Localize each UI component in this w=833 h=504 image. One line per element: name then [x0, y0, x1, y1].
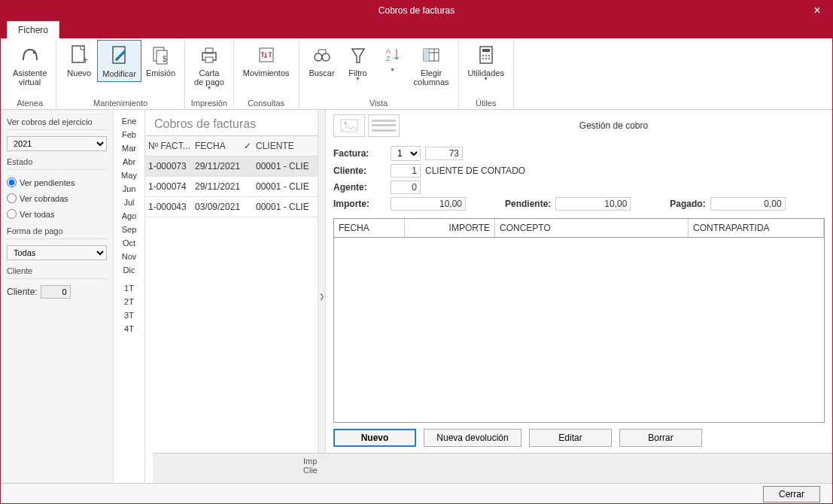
- edit-doc-icon: [108, 44, 132, 68]
- pcol-fecha[interactable]: FECHA: [334, 219, 405, 237]
- sort-icon: AZ: [381, 43, 405, 67]
- title-bar: Cobros de facturas ×: [1, 1, 832, 20]
- svg-point-25: [482, 58, 484, 59]
- expander-handle[interactable]: ❯: [318, 110, 326, 483]
- col-check[interactable]: ✓: [241, 136, 253, 156]
- chevron-down-icon: ▼: [390, 67, 395, 72]
- month-May[interactable]: May: [114, 169, 144, 182]
- utilidades-button[interactable]: Utilidades ▼: [464, 40, 509, 84]
- filtro-button[interactable]: Filtro ▼: [340, 40, 376, 84]
- borrar-button[interactable]: Borrar: [619, 429, 702, 447]
- calculator-icon: [474, 43, 498, 67]
- month-3T[interactable]: 3T: [114, 308, 144, 322]
- filter-panel: Ver cobros del ejercicio 2021 Estado Ver…: [1, 110, 114, 483]
- pcol-contra[interactable]: CONTRAPARTIDA: [689, 219, 824, 237]
- cliente-name: CLIENTE DE CONTADO: [425, 165, 525, 176]
- radio-cobradas[interactable]: Ver cobradas: [7, 192, 107, 205]
- window-title: Cobros de facturas: [378, 5, 455, 16]
- month-2T[interactable]: 2T: [114, 295, 144, 308]
- estado-label: Estado: [7, 154, 107, 170]
- month-Oct[interactable]: Oct: [114, 236, 144, 250]
- editar-button[interactable]: Editar: [529, 429, 612, 447]
- cols-l1: Elegir: [421, 68, 442, 77]
- list-title: Cobros de facturas: [145, 110, 318, 135]
- group-utiles: Útiles: [476, 99, 497, 108]
- detail-title: Gestión de cobro: [403, 120, 825, 131]
- tab-bar: Fichero: [1, 20, 832, 38]
- table-row[interactable]: 1-00007429/11/202100001 - CLIE: [145, 177, 318, 197]
- emision-icon: $: [148, 43, 172, 67]
- month-Jun[interactable]: Jun: [114, 182, 144, 196]
- pcol-importe[interactable]: IMPORTE: [405, 219, 495, 237]
- month-Sep[interactable]: Sep: [114, 223, 144, 236]
- col-num[interactable]: Nº FACT...: [145, 136, 192, 156]
- svg-point-29: [344, 122, 347, 125]
- binoculars-icon: [310, 43, 334, 67]
- radio-todas[interactable]: Ver todas: [7, 208, 107, 220]
- carta-pago-button[interactable]: Cartade pago ▼: [190, 40, 229, 93]
- cols-l2: columnas: [414, 77, 449, 87]
- table-row[interactable]: 1-00007329/11/202100001 - CLIE: [145, 156, 318, 177]
- month-4T[interactable]: 4T: [114, 322, 144, 335]
- tab-fichero[interactable]: Fichero: [7, 21, 59, 38]
- month-Jul[interactable]: Jul: [114, 196, 144, 209]
- emision-button[interactable]: $ Emisión: [141, 40, 180, 80]
- invoice-list-panel: Cobros de facturas Nº FACT... FECHA ✓ CL…: [145, 110, 318, 483]
- forma-pago-select[interactable]: Todas: [7, 245, 107, 260]
- month-Feb[interactable]: Feb: [114, 128, 144, 141]
- col-fecha[interactable]: FECHA: [192, 136, 241, 156]
- footer: Cerrar: [1, 483, 832, 504]
- month-Mar[interactable]: Mar: [114, 141, 144, 155]
- cerrar-button[interactable]: Cerrar: [763, 486, 820, 502]
- status-area: Imp Clie: [153, 453, 832, 483]
- svg-point-26: [485, 58, 487, 59]
- month-Ene[interactable]: Ene: [114, 114, 144, 128]
- month-Ago[interactable]: Ago: [114, 209, 144, 223]
- assistant-icon: [18, 43, 42, 67]
- buscar-button[interactable]: Buscar: [304, 40, 340, 80]
- month-Dic[interactable]: Dic: [114, 263, 144, 277]
- col-cliente[interactable]: CLIENTE: [253, 136, 318, 156]
- emision-label: Emisión: [146, 68, 175, 77]
- table-row[interactable]: 1-00004303/09/202100001 - CLIE: [145, 197, 318, 217]
- payments-body: [334, 238, 824, 422]
- month-Abr[interactable]: Abr: [114, 155, 144, 169]
- status-l1: Imp: [303, 457, 823, 466]
- svg-point-11: [315, 53, 322, 61]
- nuevo-button[interactable]: + Nuevo: [61, 40, 97, 80]
- factura-serie-select[interactable]: 1: [391, 146, 421, 161]
- pagado-label: Pagado:: [670, 199, 705, 209]
- month-nav: EneFebMarAbrMayJunJulAgoSepOctNovDic1T2T…: [114, 110, 145, 483]
- svg-rect-9: [205, 57, 213, 62]
- svg-text:A: A: [386, 47, 391, 55]
- ver-cobros-label: Ver cobros del ejercicio: [7, 114, 107, 130]
- group-vista: Vista: [369, 99, 388, 108]
- detail-panel: Gestión de cobro Factura: 1 73 Cliente: …: [326, 110, 832, 483]
- movimientos-button[interactable]: Movimientos: [239, 40, 294, 80]
- modificar-button[interactable]: Modificar: [97, 40, 141, 82]
- cliente-input[interactable]: [41, 285, 71, 299]
- month-Nov[interactable]: Nov: [114, 250, 144, 263]
- nuevo-pago-button[interactable]: Nuevo: [333, 429, 416, 447]
- chevron-down-icon: ▼: [355, 76, 360, 81]
- status-l2: Clie: [303, 466, 823, 475]
- close-button[interactable]: ×: [802, 1, 832, 20]
- orden-button[interactable]: AZ ▼: [376, 40, 409, 75]
- pagado-field: 0,00: [710, 197, 786, 211]
- year-select[interactable]: 2021: [7, 136, 107, 151]
- elegir-columnas-button[interactable]: Elegircolumnas: [409, 40, 454, 90]
- nueva-devolucion-button[interactable]: Nueva devolución: [424, 429, 521, 447]
- asistente-virtual-button[interactable]: Asistentevirtual: [8, 40, 51, 90]
- month-1T[interactable]: 1T: [114, 281, 144, 295]
- radio-pendientes[interactable]: Ver pendientes: [7, 176, 107, 189]
- agente-label: Agente:: [333, 182, 386, 193]
- modificar-label: Modificar: [102, 69, 136, 78]
- pcol-concepto[interactable]: CONCEPTO: [495, 219, 689, 237]
- cliente-label-d: Cliente:: [333, 165, 386, 176]
- cliente-section-label: Cliente: [7, 263, 107, 279]
- svg-rect-28: [341, 120, 357, 132]
- svg-point-24: [488, 55, 490, 56]
- chevron-down-icon: ▼: [206, 85, 211, 90]
- svg-point-23: [485, 55, 487, 56]
- asistente-l2: virtual: [19, 77, 41, 87]
